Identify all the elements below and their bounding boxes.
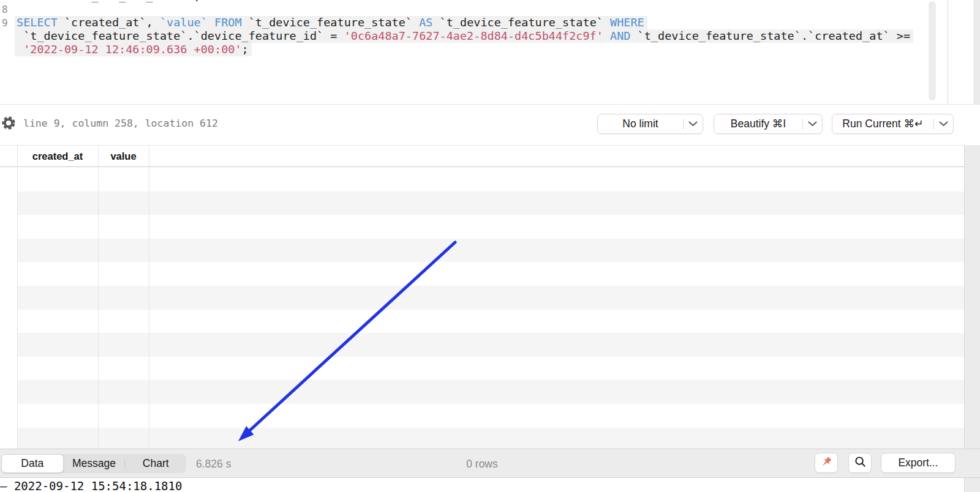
sql-line[interactable]: SELECT `created_at`, `value` FROM `t_dev… [15,16,647,29]
table-row[interactable] [17,404,964,428]
table-row[interactable] [17,262,964,286]
sql-line[interactable]: '2022-09-12 12:46:09.636 +00:00'; [15,43,252,56]
cursor-position-status: line 9, column 258, location 612 [23,117,218,129]
column-header-created-at[interactable]: created_at [17,146,98,167]
run-current-button[interactable]: Run Current ⌘↵ [832,114,954,134]
column-header-value[interactable]: value [98,146,149,167]
column-divider [149,145,149,449]
results-table: created_at value [0,145,964,449]
table-row[interactable] [17,380,964,404]
line-number-8: 8 [2,4,12,15]
table-header-row: created_at value [0,145,964,167]
sql-line[interactable]: `t_device_feature_state`.`device_feature… [15,29,913,43]
chevron-down-icon[interactable] [684,121,703,127]
limit-button[interactable]: No limit [597,114,703,134]
table-row[interactable] [17,239,964,263]
line-number-9: 9 [2,17,12,29]
editor-right-border [948,0,948,104]
editor-clipped-line: _ _ _ , [17,0,201,2]
window-edge-strip-right [964,145,980,492]
editor-toolbar: line 9, column 258, location 612 No limi… [0,104,980,145]
pin-icon [820,455,833,471]
log-timestamp-line: — 2022-09-12 15:54:18.1810 [0,479,182,492]
search-icon [854,455,867,471]
pin-button[interactable] [815,453,838,473]
table-row[interactable] [17,168,964,192]
table-row[interactable] [17,286,964,310]
table-body [17,168,964,449]
table-row[interactable] [17,428,964,449]
log-output-area: — 2022-09-12 15:54:18.1810 [0,479,964,492]
results-bottom-bar: Data Message Chart 6.826 s 0 rows [0,449,980,478]
limit-button-label: No limit [598,117,683,130]
column-divider [98,145,99,449]
sql-editor[interactable]: _ _ _ , 8 9 SELECT `created_at`, `value`… [0,0,980,104]
export-button[interactable]: Export... [881,453,956,473]
chevron-down-icon[interactable] [803,121,822,127]
table-row[interactable] [17,333,964,357]
beautify-button-label: Beautify ⌘I [714,117,802,130]
search-button[interactable] [848,453,872,473]
chevron-down-icon[interactable] [934,121,953,127]
tableplus-window: _ _ _ , 8 9 SELECT `created_at`, `value`… [0,0,980,492]
run-current-button-label: Run Current ⌘↵ [832,117,933,130]
table-row[interactable] [17,192,964,215]
table-row[interactable] [17,310,964,334]
table-row[interactable] [17,215,964,239]
table-row[interactable] [17,357,964,381]
gear-icon[interactable] [1,115,17,131]
editor-scrollbar[interactable] [929,1,936,100]
column-divider [17,145,18,449]
beautify-button[interactable]: Beautify ⌘I [714,114,823,134]
